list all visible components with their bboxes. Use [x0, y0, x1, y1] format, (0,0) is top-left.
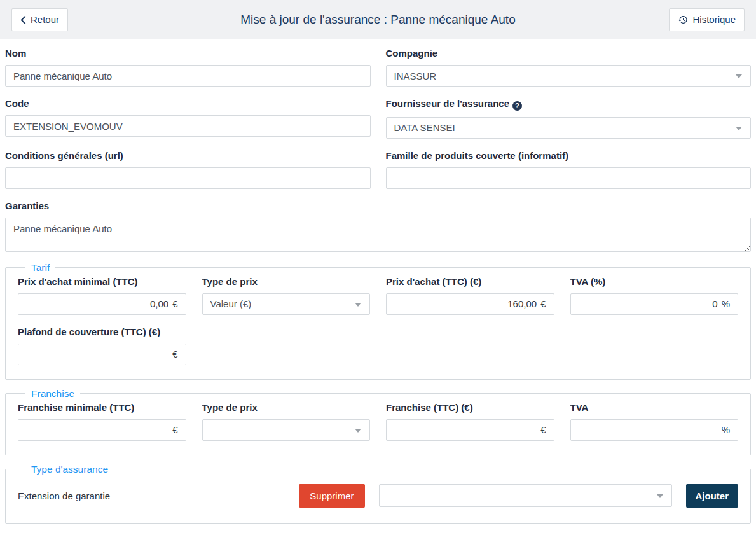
prix-achat-minimal-value: 0,00	[150, 298, 168, 309]
tarif-type-de-prix-value: Valeur (€)	[210, 298, 252, 309]
franchise-section: Franchise Franchise minimale (TTC) € Typ…	[5, 388, 751, 455]
plafond-couverture-input[interactable]: €	[18, 344, 186, 365]
field-franchise-type-de-prix: Type de prix	[202, 401, 371, 441]
tarif-tva-value: 0	[712, 298, 717, 309]
field-franchise-minimale: Franchise minimale (TTC) €	[18, 401, 186, 441]
field-tarif-tva: TVA (%) 0 %	[570, 275, 739, 315]
type-assurance-item-label: Extension de garantie	[18, 490, 285, 501]
franchise-label: Franchise (TTC) (€)	[386, 402, 554, 413]
history-button-label: Historique	[692, 14, 736, 25]
help-icon[interactable]: ?	[512, 101, 522, 111]
franchise-tva-input[interactable]: %	[570, 419, 739, 441]
prix-achat-input[interactable]: 160,00 €	[386, 293, 554, 315]
tarif-section: Tarif Prix d'achat minimal (TTC) 0,00 € …	[5, 262, 751, 380]
code-label: Code	[5, 98, 371, 109]
percent-suffix: %	[722, 298, 730, 309]
type-assurance-section: Type d'assurance Extension de garantie S…	[5, 464, 751, 524]
franchise-minimale-label: Franchise minimale (TTC)	[18, 402, 186, 413]
nom-label: Nom	[5, 48, 371, 59]
tarif-type-de-prix-label: Type de prix	[202, 276, 371, 287]
code-input[interactable]	[5, 115, 371, 137]
add-button[interactable]: Ajouter	[686, 484, 739, 508]
euro-suffix: €	[172, 349, 177, 359]
field-prix-achat: Prix d'achat (TTC) (€) 160,00 €	[386, 275, 554, 315]
field-nom: Nom	[5, 46, 371, 87]
tarif-type-de-prix-select[interactable]: Valeur (€)	[202, 293, 371, 315]
franchise-input[interactable]: €	[386, 419, 554, 441]
field-franchise: Franchise (TTC) (€) €	[386, 401, 554, 441]
back-button-label: Retour	[31, 14, 59, 25]
field-tarif-type-de-prix: Type de prix Valeur (€)	[202, 275, 371, 315]
franchise-minimale-input[interactable]: €	[18, 419, 186, 441]
field-garanties: Garanties Panne mécanique Auto	[5, 200, 751, 252]
page-title: Mise à jour de l'assurance : Panne mécan…	[240, 13, 515, 27]
nom-input[interactable]	[5, 65, 371, 87]
fournisseur-select[interactable]: DATA SENSEI	[386, 117, 752, 139]
fournisseur-label: Fournisseur de l'assurance?	[386, 98, 752, 111]
field-famille-produits: Famille de produits couverte (informatif…	[386, 149, 752, 189]
famille-produits-input[interactable]	[386, 167, 752, 189]
euro-suffix: €	[172, 424, 177, 435]
euro-suffix: €	[540, 424, 546, 435]
conditions-generales-input[interactable]	[5, 167, 371, 189]
type-assurance-row: Extension de garantie Supprimer Ajouter	[18, 476, 738, 519]
insurance-form: Nom Compagnie INASSUR Code Fournisseur d…	[0, 39, 756, 524]
franchise-legend: Franchise	[25, 388, 80, 400]
compagnie-select[interactable]: INASSUR	[386, 65, 752, 87]
field-franchise-tva: TVA %	[570, 401, 739, 441]
franchise-type-de-prix-label: Type de prix	[202, 402, 371, 413]
header-bar: Retour Mise à jour de l'assurance : Pann…	[0, 0, 756, 39]
percent-suffix: %	[722, 424, 730, 435]
tarif-tva-input[interactable]: 0 %	[570, 293, 739, 315]
plafond-couverture-label: Plafond de couverture (TTC) (€)	[18, 326, 186, 337]
field-prix-achat-minimal: Prix d'achat minimal (TTC) 0,00 €	[18, 275, 186, 315]
field-fournisseur: Fournisseur de l'assurance? DATA SENSEI	[386, 97, 752, 139]
prix-achat-label: Prix d'achat (TTC) (€)	[386, 276, 554, 287]
compagnie-label: Compagnie	[386, 48, 752, 59]
tarif-tva-label: TVA (%)	[570, 276, 739, 287]
delete-button[interactable]: Supprimer	[299, 484, 364, 508]
euro-suffix: €	[172, 298, 177, 309]
conditions-generales-label: Conditions générales (url)	[5, 150, 371, 161]
tarif-legend: Tarif	[25, 262, 55, 274]
fournisseur-label-text: Fournisseur de l'assurance	[386, 98, 509, 109]
history-icon	[678, 15, 688, 25]
field-conditions-generales: Conditions générales (url)	[5, 149, 371, 189]
field-code: Code	[5, 97, 371, 139]
chevron-left-icon	[20, 16, 26, 24]
type-assurance-legend: Type d'assurance	[25, 464, 114, 475]
famille-produits-label: Famille de produits couverte (informatif…	[386, 150, 752, 161]
prix-achat-minimal-input[interactable]: 0,00 €	[18, 293, 186, 315]
franchise-tva-label: TVA	[570, 402, 739, 413]
prix-achat-value: 160,00	[507, 298, 537, 309]
fournisseur-selected-value: DATA SENSEI	[394, 122, 455, 133]
field-compagnie: Compagnie INASSUR	[386, 46, 752, 87]
garanties-textarea[interactable]: Panne mécanique Auto	[5, 218, 751, 252]
prix-achat-minimal-label: Prix d'achat minimal (TTC)	[18, 276, 186, 287]
franchise-type-de-prix-select[interactable]	[202, 419, 371, 441]
history-button[interactable]: Historique	[669, 8, 745, 31]
garanties-label: Garanties	[5, 200, 751, 211]
field-plafond-couverture: Plafond de couverture (TTC) (€) €	[18, 325, 186, 365]
euro-suffix: €	[540, 298, 546, 309]
back-button[interactable]: Retour	[11, 8, 68, 31]
compagnie-selected-value: INASSUR	[394, 71, 437, 81]
type-assurance-select[interactable]	[379, 484, 672, 507]
